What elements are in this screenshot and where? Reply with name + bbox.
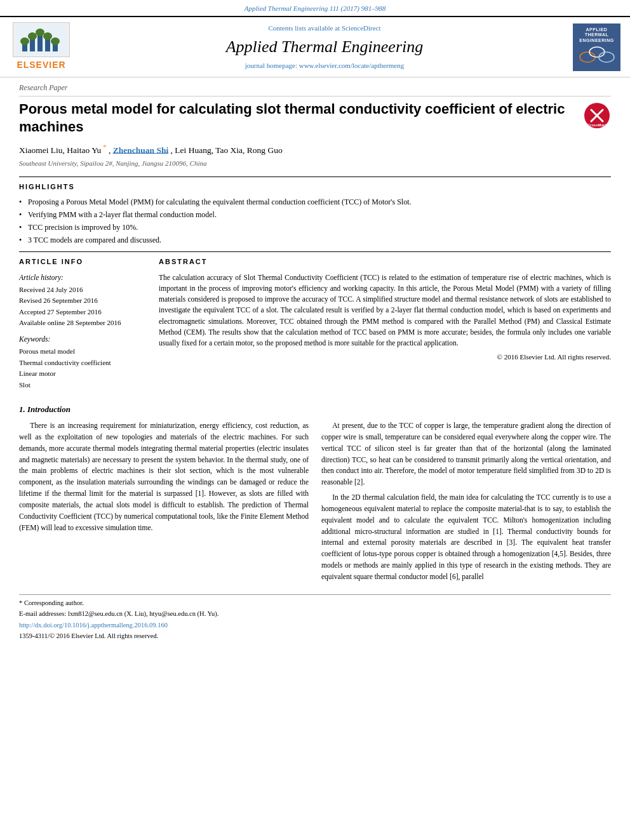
accepted-date: Accepted 27 September 2016 xyxy=(19,307,146,317)
svg-point-10 xyxy=(51,37,60,45)
available-online-date: Available online 28 September 2016 xyxy=(19,318,146,328)
keyword-3: Linear motor xyxy=(19,369,146,378)
abstract-col: ABSTRACT The calculation accuracy of Slo… xyxy=(159,257,611,391)
intro-col-left: There is an increasing requirement for m… xyxy=(19,420,309,586)
author-xiaomei: Xiaomei Liu, xyxy=(19,145,67,154)
journal-right-logo: APPLIED THERMAL ENGINEERING xyxy=(573,23,624,71)
intro-paragraph-1: There is an increasing requirement for m… xyxy=(19,420,309,533)
svg-point-6 xyxy=(20,37,29,45)
keywords-title: Keywords: xyxy=(19,334,146,344)
science-direct-line: Contents lists available at ScienceDirec… xyxy=(83,23,566,33)
homepage-label: journal homepage: xyxy=(245,62,297,69)
svg-point-8 xyxy=(36,29,44,36)
journal-logo-circles xyxy=(578,46,616,67)
svg-point-7 xyxy=(28,32,37,40)
svg-rect-3 xyxy=(37,34,43,51)
svg-point-12 xyxy=(589,47,605,57)
crossmark-badge: CrossMark xyxy=(582,102,611,130)
highlight-item-4: 3 TCC models are compared and discussed. xyxy=(19,235,611,246)
elsevier-tree-icon xyxy=(16,25,67,55)
journal-logo-box-right: APPLIED THERMAL ENGINEERING xyxy=(573,23,620,71)
revised-date: Revised 26 September 2016 xyxy=(19,296,146,305)
author-haitao: Haitao Yu xyxy=(67,145,101,154)
introduction-section: 1. Introduction There is an increasing r… xyxy=(19,404,611,587)
intro-col-right: At present, due to the TCC of copper is … xyxy=(321,420,611,586)
author-separator2: , Lei Huang, Tao Xia, Rong Guo xyxy=(171,145,283,154)
article-info-col: ARTICLE INFO Article history: Received 2… xyxy=(19,257,146,391)
paper-type: Research Paper xyxy=(19,83,611,97)
highlight-item-2: Verifying PMM with a 2-layer flat therma… xyxy=(19,210,611,220)
article-title: Porous metal model for calculating slot … xyxy=(19,100,575,137)
journal-top-link: Applied Thermal Engineering 111 (2017) 9… xyxy=(0,0,630,16)
journal-homepage-line: journal homepage: www.elsevier.com/locat… xyxy=(83,61,566,70)
homepage-url[interactable]: www.elsevier.com/locate/apthermeng xyxy=(299,62,404,69)
article-title-row: Porous metal model for calculating slot … xyxy=(19,100,611,137)
affiliation-line: Southeast University, Sipailou 2#, Nanji… xyxy=(19,159,611,168)
journal-center: Contents lists available at ScienceDirec… xyxy=(83,23,566,71)
elsevier-label: ELSEVIER xyxy=(17,59,65,72)
intro-text-col1: There is an increasing requirement for m… xyxy=(19,420,309,533)
keyword-1: Porous metal model xyxy=(19,347,146,356)
footer-issn-copyright: 1359-4311/© 2016 Elsevier Ltd. All right… xyxy=(19,632,611,641)
journal-logo-text: APPLIED THERMAL ENGINEERING xyxy=(579,27,614,43)
abstract-copyright: © 2016 Elsevier Ltd. All rights reserved… xyxy=(159,352,611,362)
journal-header: ELSEVIER Contents lists available at Sci… xyxy=(0,16,630,77)
author-zhenchuan: Zhenchuan Shi xyxy=(113,145,168,154)
svg-text:CrossMark: CrossMark xyxy=(587,123,607,127)
keyword-2: Thermal conductivity coefficient xyxy=(19,358,146,368)
keyword-4: Slot xyxy=(19,380,146,390)
journal-main-title: Applied Thermal Engineering xyxy=(83,36,566,58)
intro-paragraph-3: In the 2D thermal calculation field, the… xyxy=(321,492,611,583)
svg-point-9 xyxy=(43,32,52,40)
received-date: Received 24 July 2016 xyxy=(19,285,146,295)
abstract-title: ABSTRACT xyxy=(159,257,611,267)
corresponding-author-marker: * xyxy=(104,143,107,150)
author-separator1: , xyxy=(109,145,113,154)
elsevier-logo: ELSEVIER xyxy=(6,22,76,72)
introduction-body: There is an increasing requirement for m… xyxy=(19,420,611,586)
svg-point-11 xyxy=(580,52,595,62)
journal-logo-decoration xyxy=(578,46,616,63)
footer-doi-link[interactable]: http://dx.doi.org/10.1016/j.appthermalle… xyxy=(19,621,611,630)
highlights-list: Proposing a Porous Metal Model (PMM) for… xyxy=(19,197,611,245)
article-info-title: ARTICLE INFO xyxy=(19,257,146,267)
footer-email: E-mail addresses: lxm812@seu.edu.cn (X. … xyxy=(19,610,611,619)
main-content: Research Paper Porous metal model for ca… xyxy=(0,77,630,651)
contents-available-text: Contents lists available at xyxy=(268,24,340,32)
article-history-title: Article history: xyxy=(19,272,146,283)
highlights-divider xyxy=(19,177,611,177)
abstract-text: The calculation accuracy of Slot Thermal… xyxy=(159,272,611,349)
authors-line: Xiaomei Liu, Haitao Yu * , Zhenchuan Shi… xyxy=(19,143,611,156)
science-direct-link[interactable]: ScienceDirect xyxy=(342,24,381,32)
highlight-item-3: TCC precision is improved by 10%. xyxy=(19,222,611,233)
crossmark-icon: CrossMark xyxy=(584,102,610,129)
intro-text-col2: At present, due to the TCC of copper is … xyxy=(321,420,611,582)
highlights-section-title: HIGHLIGHTS xyxy=(19,182,611,192)
elsevier-logo-box xyxy=(13,22,70,57)
info-abstract-section: ARTICLE INFO Article history: Received 2… xyxy=(19,257,611,391)
intro-paragraph-2: At present, due to the TCC of copper is … xyxy=(321,420,611,488)
info-abstract-divider xyxy=(19,251,611,252)
footer-area: * Corresponding author. E-mail addresses… xyxy=(19,594,611,641)
highlight-item-1: Proposing a Porous Metal Model (PMM) for… xyxy=(19,197,611,208)
introduction-title: 1. Introduction xyxy=(19,404,611,415)
svg-point-13 xyxy=(599,52,614,62)
footer-corresponding-author: * Corresponding author. xyxy=(19,599,611,608)
